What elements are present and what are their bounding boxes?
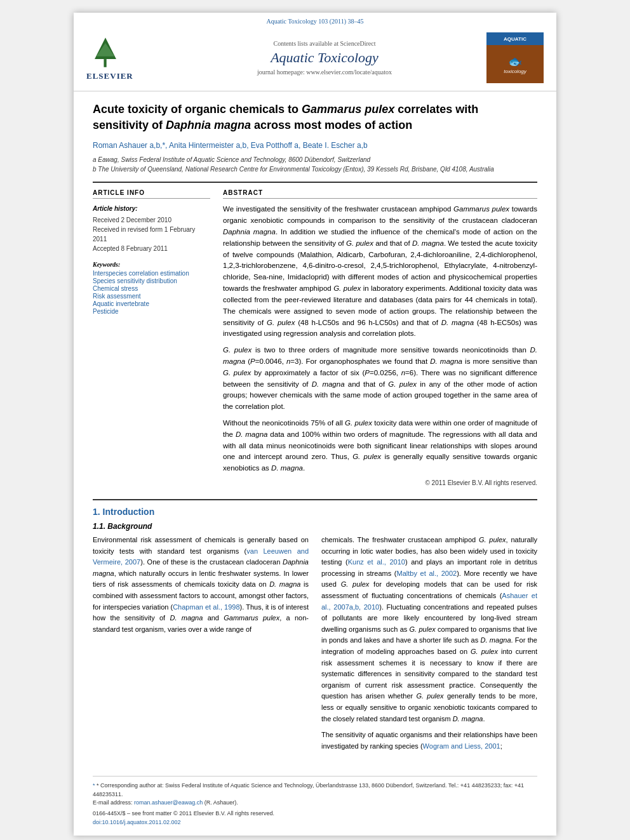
keyword-4: Risk assessment [93, 293, 210, 300]
copyright-notice: © 2011 Elsevier B.V. All rights reserved… [223, 479, 537, 486]
ref-wogram[interactable]: Wogram and Liess, 2001 [423, 742, 500, 750]
footnote-star-note: * * Corresponding author at: Swiss Feder… [93, 782, 537, 799]
authors: Roman Ashauer a,b,*, Anita Hintermeister… [93, 141, 537, 150]
header-content: ELSEVIER Contents lists available at Sci… [86, 27, 544, 88]
info-abstract-columns: ARTICLE INFO Article history: Received 2… [93, 189, 537, 486]
journal-header: Aquatic Toxicology 103 (2011) 38–45 ELSE… [74, 13, 556, 91]
affiliation-b: b The University of Queensland, National… [93, 164, 537, 174]
keywords-heading: Keywords: [93, 261, 210, 268]
abstract-para-1: We investigated the sensitivity of the f… [223, 204, 537, 340]
elsevier-tree-icon [86, 35, 124, 70]
footnote-star-symbol: * [93, 782, 95, 789]
ref-van-leeuwen[interactable]: van Leeuwen and Vermeire, 2007 [93, 547, 309, 566]
keywords-block: Keywords: Interspecies correlation estim… [93, 261, 210, 315]
journal-title-main: Aquatic Toxicology [163, 50, 486, 66]
intro-para-3: The sensitivity of aquatic organisms and… [321, 730, 537, 752]
ref-ashauer[interactable]: Ashauer et al., 2007a,b, 2010 [321, 592, 537, 611]
abstract-column: ABSTRACT We investigated the sensitivity… [223, 189, 537, 486]
contents-line: Contents lists available at ScienceDirec… [163, 40, 486, 47]
intro-col-right: chemicals. The freshwater crustacean amp… [321, 535, 537, 757]
issn-line: 0166-445X/$ – see front matter © 2011 El… [93, 810, 537, 817]
accepted-date: Accepted 8 February 2011 [93, 244, 210, 253]
doi-line: doi:10.1016/j.aquatox.2011.02.002 [93, 819, 537, 825]
journal-logo: aquatic 🐟 toxicology [486, 32, 544, 83]
received-date: Received 2 December 2010 [93, 215, 210, 225]
affiliation-a: a Eawag, Swiss Federal Institute of Aqua… [93, 155, 537, 164]
ref-chapman[interactable]: Chapman et al., 1998 [173, 603, 239, 611]
article-info-column: ARTICLE INFO Article history: Received 2… [93, 189, 210, 486]
journal-homepage: journal homepage: www.elsevier.com/locat… [163, 69, 486, 76]
affiliations: a Eawag, Swiss Federal Institute of Aqua… [93, 155, 537, 174]
thick-divider [93, 182, 537, 183]
abstract-text: We investigated the sensitivity of the f… [223, 204, 537, 474]
history-heading: Article history: [93, 204, 210, 213]
article-content: Acute toxicity of organic chemicals to G… [74, 91, 556, 836]
introduction-section: 1. Introduction 1.1. Background Environm… [93, 499, 537, 757]
intro-para-1: Environmental risk assessment of chemica… [93, 535, 309, 635]
article-history: Article history: Received 2 December 201… [93, 204, 210, 253]
doi-link[interactable]: doi:10.1016/j.aquatox.2011.02.002 [93, 819, 181, 825]
abstract-para-3: Without the neonicotinoids 75% of all G.… [223, 418, 537, 474]
fish-icon: 🐟 [508, 55, 522, 69]
revised-date: Received in revised form 1 February 2011 [93, 225, 210, 244]
ref-kunz[interactable]: Kunz et al., 2010 [348, 558, 405, 566]
svg-rect-0 [104, 59, 106, 67]
keyword-3: Chemical stress [93, 285, 210, 292]
article-info-label: ARTICLE INFO [93, 189, 210, 199]
keyword-1: Interspecies correlation estimation [93, 270, 210, 277]
elsevier-logo: ELSEVIER [86, 35, 163, 81]
intro-col-left: Environmental risk assessment of chemica… [93, 535, 309, 757]
email-link[interactable]: roman.ashauer@eawag.ch [134, 799, 203, 806]
logo-main-area: 🐟 toxicology [504, 55, 526, 74]
logo-top-band: aquatic [486, 32, 544, 45]
section-1-title: 1. Introduction [93, 507, 537, 517]
intro-text-columns: Environmental risk assessment of chemica… [93, 535, 537, 757]
svg-marker-2 [97, 43, 115, 56]
abstract-label: ABSTRACT [223, 189, 537, 199]
elsevier-brand-text: ELSEVIER [86, 71, 133, 81]
abstract-para-2: G. pulex is two to three orders of magni… [223, 345, 537, 413]
journal-title-block: Contents lists available at ScienceDirec… [163, 40, 486, 76]
article-title: Acute toxicity of organic chemicals to G… [93, 102, 537, 133]
keyword-6: Pesticide [93, 308, 210, 315]
footnote-area: * * Corresponding author at: Swiss Feder… [93, 776, 537, 825]
article-page: Aquatic Toxicology 103 (2011) 38–45 ELSE… [74, 13, 556, 836]
section-divider [93, 499, 537, 500]
ref-maltby[interactable]: Maltby et al., 2002 [397, 570, 457, 577]
footnote-email: E-mail address: roman.ashauer@eawag.ch (… [93, 799, 537, 808]
keyword-2: Species sensitivity distribution [93, 277, 210, 284]
journal-top-line: Aquatic Toxicology 103 (2011) 38–45 [86, 18, 544, 25]
intro-para-2: chemicals. The freshwater crustacean amp… [321, 535, 537, 724]
subsection-1-1-title: 1.1. Background [93, 522, 537, 531]
keyword-5: Aquatic invertebrate [93, 300, 210, 307]
logo-bottom-text: toxicology [504, 69, 526, 74]
